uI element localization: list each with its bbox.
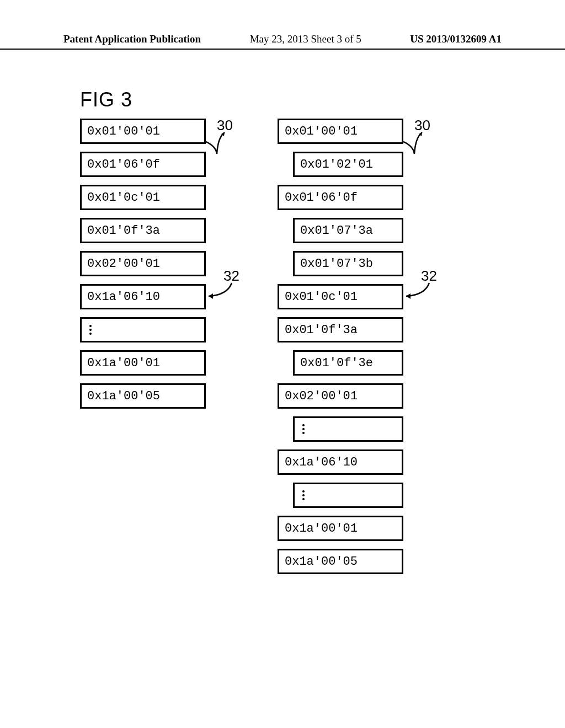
ellipsis-cell bbox=[293, 483, 403, 508]
address-cell: 0x1a'00'01 bbox=[80, 350, 206, 376]
lead-line-30-icon bbox=[206, 131, 227, 164]
figure-title: FIG 3 bbox=[80, 88, 132, 111]
address-cell: 0x01'02'01 bbox=[293, 152, 403, 177]
address-cell: 0x01'0f'3a bbox=[80, 218, 206, 243]
address-cell: 0x1a'06'10 bbox=[80, 284, 206, 309]
address-cell: 0x01'00'01 bbox=[80, 119, 206, 144]
address-cell: 0x02'00'01 bbox=[278, 383, 403, 409]
address-cell: 0x01'00'01 bbox=[278, 119, 403, 144]
page-header: Patent Application Publication May 23, 2… bbox=[0, 33, 565, 50]
address-cell: 0x01'07'3b bbox=[293, 251, 403, 276]
address-cell: 0x01'0f'3e bbox=[293, 350, 403, 376]
address-cell: 0x1a'00'01 bbox=[278, 516, 403, 541]
header-left: Patent Application Publication bbox=[63, 33, 201, 45]
lead-line-32-icon bbox=[402, 282, 433, 301]
address-cell: 0x1a'00'05 bbox=[80, 383, 206, 409]
address-cell: 0x01'0c'01 bbox=[278, 284, 403, 309]
address-cell: 0x1a'00'05 bbox=[278, 549, 403, 574]
address-cell: 0x02'00'01 bbox=[80, 251, 206, 276]
header-line: Patent Application Publication May 23, 2… bbox=[0, 33, 565, 45]
ellipsis-cell bbox=[80, 317, 206, 342]
columns-container: 30 32 0x01'00'010x01'06'0f0x01'0c'010x01… bbox=[80, 119, 403, 574]
address-cell: 0x01'06'0f bbox=[278, 185, 403, 210]
left-column: 30 32 0x01'00'010x01'06'0f0x01'0c'010x01… bbox=[80, 119, 206, 574]
header-right: US 2013/0132609 A1 bbox=[410, 33, 502, 45]
address-cell: 0x01'07'3a bbox=[293, 218, 403, 243]
address-cell: 0x01'0f'3a bbox=[278, 317, 403, 342]
address-cell: 0x01'0c'01 bbox=[80, 185, 206, 210]
lead-line-32-icon bbox=[204, 282, 235, 301]
right-column: 30 32 0x01'00'010x01'02'010x01'06'0f0x01… bbox=[278, 119, 403, 574]
ellipsis-cell bbox=[293, 416, 403, 442]
header-mid: May 23, 2013 Sheet 3 of 5 bbox=[250, 33, 361, 45]
lead-line-30-icon bbox=[403, 131, 424, 164]
address-cell: 0x1a'06'10 bbox=[278, 449, 403, 475]
address-cell: 0x01'06'0f bbox=[80, 152, 206, 177]
